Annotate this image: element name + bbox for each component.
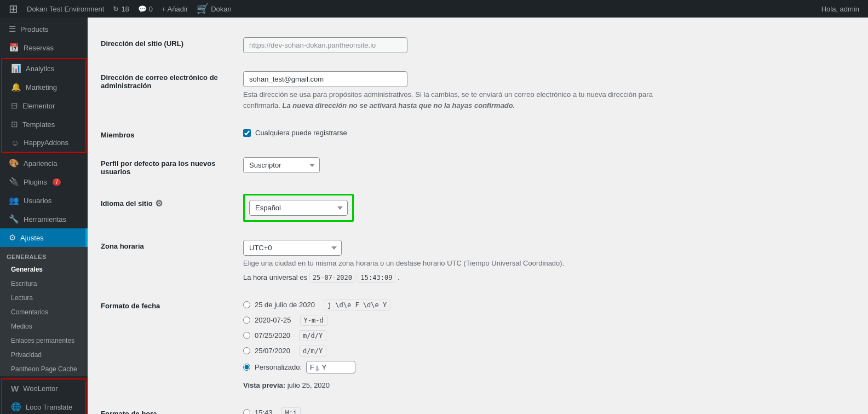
date-format-code-2: Y-m-d (300, 315, 327, 326)
date-format-label-2: 2020-07-25 (255, 316, 291, 324)
members-checkbox-label: Cualquiera puede registrarse (255, 129, 347, 137)
admin-email-input[interactable] (243, 71, 407, 87)
date-format-value: 25 de julio de 2020 j \d\e F \d\e Y 2020… (243, 300, 855, 389)
sidebar-item-plugins[interactable]: 🔌 Plugins 7 (0, 173, 88, 191)
settings-submenu: Generales Generales Escritura Lectura Co… (0, 247, 88, 376)
timezone-row: Zona horaria UTC+0 Elige una ciudad en t… (101, 231, 855, 291)
date-format-radio-3[interactable] (243, 332, 250, 339)
date-format-label-5: Personalizado: (255, 363, 302, 371)
submenu-item-medios[interactable]: Medios (0, 319, 88, 334)
admin-bar: ⊞ Dokan Test Environment ↻ 18 💬 0 + Añad… (0, 0, 868, 18)
sidebar-item-usuarios[interactable]: 👥 Usuarios (0, 191, 88, 210)
bottom-red-border-group: W WooLentor 🌐 Loco Translate (1, 378, 87, 414)
submenu-section-label: Generales (0, 247, 88, 262)
date-format-label-4: 25/07/2020 (255, 347, 290, 355)
date-format-radio-5[interactable] (243, 364, 250, 371)
admin-email-row: Dirección de correo electrónico de admin… (101, 62, 855, 120)
submenu-item-generales[interactable]: Generales (0, 262, 88, 277)
date-format-code-1: j \d\e F \d\e Y (324, 300, 390, 311)
admin-email-value: Esta dirección se usa para propósitos ad… (243, 71, 855, 111)
sidebar: ☰ Products 📅 Reservas 📊 Analytics 🔔 Mark… (0, 18, 88, 414)
date-format-custom-input[interactable] (306, 361, 355, 373)
submenu-item-lectura[interactable]: Lectura (0, 291, 88, 305)
time-format-radio-1[interactable] (243, 409, 250, 414)
plugins-badge: 7 (53, 179, 61, 186)
time-format-row: Formato de hora 15:43 H:i (101, 399, 855, 415)
admin-email-label: Dirección de correo electrónico de admin… (101, 71, 243, 90)
time-format-code-1: H:i (281, 407, 301, 415)
default-role-value: Suscriptor (243, 157, 855, 173)
members-checkbox-row: Cualquiera puede registrarse (243, 129, 855, 137)
main-content: Dirección del sitio (URL) Dirección de c… (88, 18, 868, 414)
admin-email-description: Esta dirección se usa para propósitos ad… (243, 89, 681, 111)
elementor-icon: ⊟ (11, 101, 18, 111)
sidebar-item-happyaddons[interactable]: ☺ HappyAddons (2, 134, 85, 152)
loco-translate-icon: 🌐 (11, 402, 21, 412)
red-border-group: 📊 Analytics 🔔 Marketing ⊟ Elementor ⊡ Te… (1, 58, 87, 153)
timezone-value: UTC+0 Elige una ciudad en tu misma zona … (243, 240, 855, 281)
wp-logo[interactable]: ⊞ (4, 0, 22, 18)
site-url-input[interactable] (243, 37, 407, 53)
submenu-item-privacidad[interactable]: Privacidad (0, 348, 88, 362)
sidebar-item-ajustes[interactable]: ⚙ Ajustes (0, 228, 88, 247)
dokan-menu[interactable]: 🛒 Dokan (192, 0, 236, 18)
date-format-code-3: m/d/Y (299, 330, 326, 341)
sidebar-item-marketing[interactable]: 🔔 Marketing (2, 78, 85, 96)
submenu-item-comentarios[interactable]: Comentarios (0, 305, 88, 319)
sidebar-item-herramientas[interactable]: 🔧 Herramientas (0, 210, 88, 228)
default-role-label: Perfil por defecto para los nuevos usuar… (101, 157, 243, 176)
site-url-row: Dirección del sitio (URL) (101, 28, 855, 62)
date-format-radio-4[interactable] (243, 347, 250, 354)
date-format-label-3: 07/25/2020 (255, 331, 290, 340)
universal-date-badge: 25-07-2020 (309, 273, 355, 283)
date-format-row-4: 25/07/2020 d/m/Y (243, 346, 855, 357)
sidebar-item-templates[interactable]: ⊡ Templates (2, 115, 85, 134)
default-role-row: Perfil por defecto para los nuevos usuar… (101, 148, 855, 185)
default-role-select[interactable]: Suscriptor (243, 157, 320, 173)
sidebar-item-analytics[interactable]: 📊 Analytics (2, 59, 85, 78)
sidebar-item-elementor[interactable]: ⊟ Elementor (2, 96, 85, 115)
time-format-label: Formato de hora (101, 407, 243, 415)
date-format-radio-2[interactable] (243, 317, 250, 324)
sidebar-item-apariencia[interactable]: 🎨 Apariencia (0, 154, 88, 173)
submenu-item-pantheon[interactable]: Pantheon Page Cache (0, 362, 88, 376)
time-format-label-1: 15:43 (255, 409, 273, 414)
date-format-row-5: Personalizado: (243, 361, 855, 373)
submenu-item-enlaces[interactable]: Enlaces permanentes (0, 334, 88, 348)
date-format-row-3: 07/25/2020 m/d/Y (243, 330, 855, 341)
date-format-label: Formato de fecha (101, 300, 243, 310)
add-new-button[interactable]: + Añadir (157, 0, 192, 18)
site-url-label: Dirección del sitio (URL) (101, 37, 243, 48)
timezone-label: Zona horaria (101, 240, 243, 250)
date-format-radio-group: 25 de julio de 2020 j \d\e F \d\e Y 2020… (243, 300, 855, 389)
date-format-radio-1[interactable] (243, 301, 250, 308)
apariencia-icon: 🎨 (9, 158, 19, 168)
site-language-label: Idioma del sitio ⚙ (101, 194, 243, 209)
hello-admin[interactable]: Hola, admin (817, 0, 864, 18)
date-format-row-1: 25 de julio de 2020 j \d\e F \d\e Y (243, 300, 855, 311)
site-url-value (243, 37, 855, 53)
reservas-icon: 📅 (9, 43, 19, 53)
sidebar-item-woolentor[interactable]: W WooLentor (2, 380, 85, 398)
site-language-select[interactable]: Español (249, 200, 348, 216)
site-name[interactable]: Dokan Test Environment (22, 0, 108, 18)
comments-count[interactable]: 💬 0 (134, 0, 157, 18)
sidebar-item-products[interactable]: ☰ Products (0, 20, 88, 38)
ajustes-icon: ⚙ (9, 233, 16, 243)
date-format-code-4: d/m/Y (299, 346, 326, 357)
members-label: Miembros (101, 129, 243, 139)
timezone-select[interactable]: UTC+0 (243, 240, 342, 256)
woolentor-icon: W (11, 384, 19, 393)
plugins-icon: 🔌 (9, 177, 19, 187)
updates-count[interactable]: ↻ 18 (108, 0, 133, 18)
translate-icon: ⚙ (155, 198, 163, 209)
submenu-item-escritura[interactable]: Escritura (0, 277, 88, 291)
sidebar-item-loco-translate[interactable]: 🌐 Loco Translate (2, 398, 85, 414)
members-checkbox[interactable] (243, 129, 251, 137)
timezone-description: Elige una ciudad en tu misma zona horari… (243, 258, 681, 269)
sidebar-item-reservas[interactable]: 📅 Reservas (0, 38, 88, 57)
date-preview-row: Vista previa: julio 25, 2020 (243, 381, 855, 389)
marketing-icon: 🔔 (11, 82, 21, 92)
language-highlight-box: Español (243, 194, 354, 222)
date-format-label-1: 25 de julio de 2020 (255, 301, 315, 309)
